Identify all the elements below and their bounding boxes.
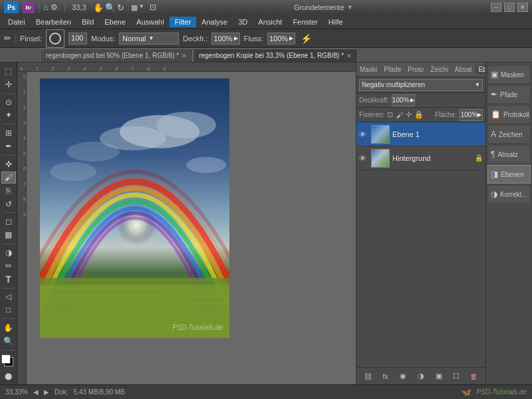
workspace-selector[interactable]: Grundelemente ▼ bbox=[294, 3, 353, 11]
panel-tab-proto[interactable]: Proto bbox=[404, 65, 427, 74]
opacity-label: Deckkraft: bbox=[359, 96, 389, 104]
type-tool[interactable]: T bbox=[1, 273, 16, 285]
fluss-value[interactable]: 100% ▶ bbox=[267, 33, 295, 45]
rotate-tool[interactable]: ↻ bbox=[117, 3, 124, 13]
zoom-tool-left[interactable]: 🔍 bbox=[1, 335, 16, 347]
deckraft-value[interactable]: 100% ▶ bbox=[211, 33, 239, 45]
brush-tool-icon[interactable]: ✏ bbox=[4, 33, 11, 43]
shape-tool[interactable]: □ bbox=[1, 304, 16, 316]
arrange-arrow-icon[interactable]: ▼ bbox=[139, 3, 144, 12]
status-bar: 33,33% ◀ ▶ Dok: 5,43 MB/8,90 MB 🦋 PSD-Tu… bbox=[0, 384, 532, 399]
menu-item-3d[interactable]: 3D bbox=[233, 17, 253, 27]
right-panel-protokoll[interactable]: 📋Protokoll bbox=[487, 105, 531, 124]
tab-close-0[interactable]: ✕ bbox=[182, 53, 187, 59]
history-brush-tool[interactable]: ↺ bbox=[1, 198, 16, 210]
right-panel-label-1: Pfade bbox=[500, 91, 517, 98]
right-panel-korrekt[interactable]: ◑Korrekt... bbox=[487, 185, 531, 203]
fluss-arrow-icon[interactable]: ▶ bbox=[289, 35, 293, 41]
panel-tab-absat[interactable]: Absat bbox=[452, 65, 475, 74]
quick-mask-tool[interactable]: ⬤ bbox=[1, 370, 16, 382]
right-panel-icon-1: ✒ bbox=[491, 90, 497, 99]
right-panel-zeichen[interactable]: AZeichen bbox=[487, 125, 531, 144]
modus-dropdown[interactable]: Normal ▼ bbox=[119, 33, 179, 45]
layer-row-1[interactable]: 👁Hintergrund🔒 bbox=[356, 146, 485, 170]
delete-layer-button[interactable]: 🗑 bbox=[467, 370, 481, 383]
review-icon[interactable]: ⚙ bbox=[51, 3, 58, 12]
new-group-button[interactable]: ▣ bbox=[432, 370, 446, 383]
right-panel-absatz[interactable]: ¶Absatz bbox=[487, 145, 531, 164]
magic-wand-tool[interactable]: ✦ bbox=[1, 110, 16, 122]
br-logo[interactable]: Br bbox=[23, 1, 35, 13]
blend-mode-dropdown[interactable]: Negativ multiplizieren ▼ bbox=[359, 79, 483, 91]
fix-all-icon[interactable]: 🔒 bbox=[414, 110, 424, 119]
fill-value[interactable]: 100% ▶ bbox=[460, 109, 483, 121]
pen-tool[interactable]: ✏ bbox=[1, 260, 16, 272]
close-button[interactable]: ✕ bbox=[517, 3, 528, 12]
deckraft-arrow-icon[interactable]: ▶ bbox=[234, 35, 238, 41]
menu-item-ebene[interactable]: Ebene bbox=[99, 17, 131, 27]
status-nav-right[interactable]: ▶ bbox=[44, 388, 49, 396]
canvas-content[interactable]: PSD-Tutorials.de bbox=[27, 72, 356, 384]
ps-logo[interactable]: Ps bbox=[4, 1, 19, 13]
fix-transparent-icon[interactable]: ⊡ bbox=[387, 110, 393, 119]
link-layers-button[interactable]: ⛓ bbox=[361, 370, 374, 383]
brush-size-value[interactable]: 100 bbox=[68, 33, 87, 45]
maximize-button[interactable]: □ bbox=[504, 3, 515, 12]
gradient-tool[interactable]: ▦ bbox=[1, 229, 16, 241]
right-panel-pfade[interactable]: ✒Pfade bbox=[487, 85, 531, 104]
panel-tab-pfade[interactable]: Pfade bbox=[380, 65, 404, 74]
selection-tool[interactable]: ⬚ bbox=[1, 65, 16, 77]
modus-value: Normal bbox=[122, 35, 146, 43]
dodge-tool[interactable]: ◑ bbox=[1, 247, 16, 259]
right-panel-ebenen[interactable]: ◨Ebenen bbox=[487, 165, 531, 184]
nav-tool[interactable]: ✋ bbox=[93, 3, 104, 13]
layer-visibility-0[interactable]: 👁 bbox=[359, 130, 368, 138]
zoom-tool[interactable]: 🔍 bbox=[105, 3, 116, 13]
menu-item-bearbeiten[interactable]: Bearbeiten bbox=[31, 17, 76, 27]
layer-row-0[interactable]: 👁Ebene 1 bbox=[356, 122, 485, 146]
menu-item-filter[interactable]: Filter bbox=[170, 17, 196, 27]
opacity-value[interactable]: 100% ▶ bbox=[392, 94, 415, 106]
add-style-button[interactable]: fx bbox=[379, 370, 392, 383]
menu-item-auswahl[interactable]: Auswahl bbox=[131, 17, 170, 27]
blend-mode-bar: Negativ multiplizieren ▼ bbox=[356, 77, 485, 93]
color-swatch[interactable] bbox=[1, 354, 16, 366]
path-select-tool[interactable]: ◁ bbox=[1, 291, 16, 303]
panel-tab-maski[interactable]: Maski bbox=[356, 65, 380, 74]
hand-tool[interactable]: ✋ bbox=[1, 322, 16, 334]
clone-tool[interactable]: ⎘ bbox=[1, 185, 16, 197]
eraser-tool[interactable]: ◻ bbox=[1, 215, 16, 227]
menu-item-hilfe[interactable]: Hilfe bbox=[323, 17, 348, 27]
menu-item-bild[interactable]: Bild bbox=[76, 17, 99, 27]
move-tool active[interactable]: ✢ bbox=[1, 78, 16, 90]
menu-item-analyse[interactable]: Analyse bbox=[196, 17, 233, 27]
right-panel-masken[interactable]: ▣Masken bbox=[487, 65, 531, 84]
new-layer-button[interactable]: ☐ bbox=[450, 370, 463, 383]
healing-tool[interactable]: ✜ bbox=[1, 158, 16, 170]
lasso-tool[interactable]: ⊙ bbox=[1, 96, 16, 108]
menu-item-ansicht[interactable]: Ansicht bbox=[253, 17, 287, 27]
new-adjustment-button[interactable]: ◑ bbox=[414, 370, 428, 383]
home-icon[interactable]: ⌂ bbox=[43, 3, 48, 12]
brush-size-display[interactable] bbox=[46, 29, 65, 48]
panel-tab-ebenen[interactable]: Ebenen bbox=[475, 65, 485, 74]
tab-0[interactable]: regenbogen.psd bei 50% (Ebene 1, RGB/8) … bbox=[40, 49, 193, 62]
arrange-icon[interactable]: ▦ bbox=[131, 3, 138, 12]
minimize-button[interactable]: ─ bbox=[491, 3, 501, 12]
menu-item-fenster[interactable]: Fenster bbox=[287, 17, 323, 27]
add-mask-button[interactable]: ◉ bbox=[396, 370, 410, 383]
menu-item-datei[interactable]: Datei bbox=[3, 17, 31, 27]
tab-1[interactable]: regenbogen Kopie bei 33,3% (Ebene 1, RGB… bbox=[193, 49, 358, 62]
brush-tool[interactable]: 🖌 bbox=[1, 172, 16, 184]
panel-tab-zeichi[interactable]: Zeichi bbox=[427, 65, 452, 74]
status-nav-left[interactable]: ◀ bbox=[33, 388, 39, 396]
fix-move-icon[interactable]: ✢ bbox=[406, 110, 412, 119]
eyedropper-tool[interactable]: ✒ bbox=[1, 140, 16, 152]
fix-paint-icon[interactable]: 🖌 bbox=[396, 111, 403, 119]
tab-close-1[interactable]: ✕ bbox=[346, 53, 352, 59]
airbrush-icon[interactable]: ⚡ bbox=[301, 33, 312, 44]
screen-mode-icon[interactable]: ⊡ bbox=[150, 3, 156, 12]
crop-tool[interactable]: ⊞ bbox=[1, 127, 16, 139]
layer-visibility-1[interactable]: 👁 bbox=[359, 154, 368, 162]
statusbar-butterfly-icon: 🦋 bbox=[462, 388, 471, 397]
